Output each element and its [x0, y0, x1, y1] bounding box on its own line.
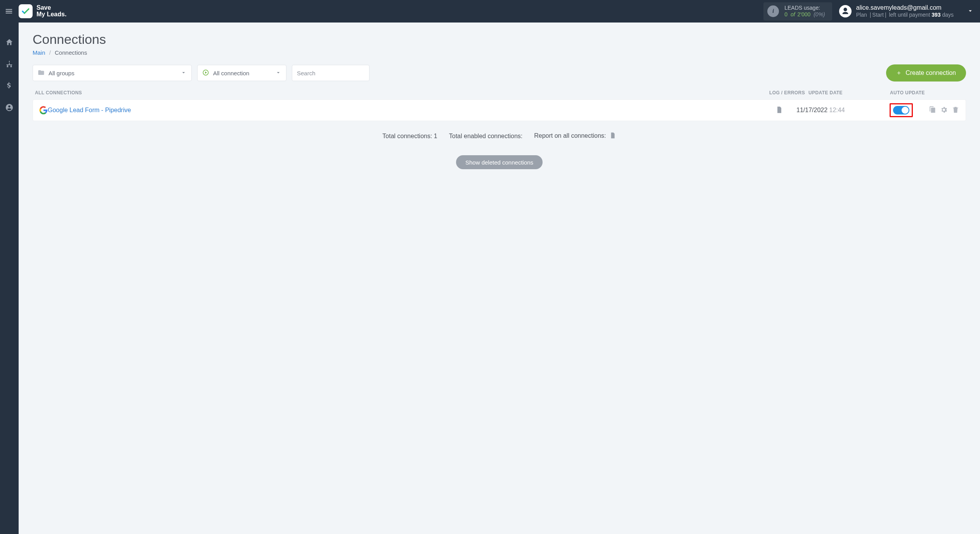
chevron-down-icon — [180, 69, 187, 76]
gear-icon — [940, 106, 948, 114]
total-conn-val: 1 — [434, 133, 437, 139]
connection-name[interactable]: Google Lead Form - Pipedrive — [48, 107, 762, 114]
create-connection-label: Create connection — [905, 69, 956, 76]
time-val: 12:44 — [829, 107, 845, 113]
report-button[interactable] — [609, 134, 616, 140]
chevron-down-icon — [275, 69, 281, 76]
left-until: left until payment — [889, 12, 930, 18]
check-icon — [21, 7, 30, 16]
plus-icon — [896, 70, 902, 76]
groups-select-label: All groups — [49, 70, 75, 76]
sidebar-item-connections[interactable] — [3, 58, 15, 70]
menu-toggle[interactable] — [3, 5, 15, 17]
sidebar-item-account[interactable] — [3, 102, 15, 113]
home-icon — [5, 38, 14, 47]
enabled-connections: Total enabled connections: — [449, 133, 522, 140]
logo-line1: Save — [36, 5, 66, 11]
breadcrumb-sep: / — [49, 49, 51, 56]
sidebar-item-billing[interactable] — [3, 80, 15, 92]
hamburger-icon — [5, 7, 13, 16]
search-input-wrap[interactable] — [292, 65, 369, 81]
play-icon — [202, 69, 209, 77]
col-log: Log / Errors — [766, 90, 808, 95]
days-num: 393 — [931, 12, 940, 18]
connection-select[interactable]: All connection — [197, 65, 286, 81]
connection-chevron — [275, 69, 281, 77]
breadcrumb-main[interactable]: Main — [33, 49, 45, 56]
col-auto: Auto update — [886, 90, 964, 95]
days-word: days — [942, 12, 954, 18]
report-label: Report on all connections: — [534, 132, 606, 139]
settings-button[interactable] — [940, 106, 948, 115]
date-val: 11/17/2022 — [796, 107, 827, 113]
leads-lines: LEADS usage: 0 of 2'000 (0%) — [784, 5, 825, 18]
connection-select-label: All connection — [213, 70, 249, 76]
auto-update-highlight — [890, 103, 913, 117]
auto-update-toggle[interactable] — [893, 106, 909, 114]
trash-icon — [952, 106, 959, 114]
plan-name: Start — [872, 12, 884, 18]
create-connection-button[interactable]: Create connection — [886, 64, 966, 81]
copy-icon — [928, 106, 936, 114]
leads-value: 0 of 2'000 (0%) — [784, 11, 825, 18]
search-input[interactable] — [297, 70, 364, 76]
plan-label: Plan — [856, 12, 867, 18]
column-headers: All connections Log / Errors Update date… — [33, 90, 966, 99]
report-connections: Report on all connections: — [534, 132, 616, 140]
logo-mark — [19, 4, 33, 18]
leads-used: 0 — [784, 11, 787, 17]
update-date: 11/17/2022 12:44 — [796, 107, 878, 114]
page-title: Connections — [33, 32, 966, 47]
logo-line2: My Leads — [36, 11, 66, 18]
topbar: Save My Leads i LEADS usage: 0 of 2'000 … — [0, 0, 980, 23]
col-update: Update date — [808, 90, 886, 95]
info-icon: i — [767, 5, 779, 17]
sidebar — [0, 23, 19, 534]
user-menu[interactable]: alice.savemyleads@gmail.com Plan |Start|… — [839, 4, 974, 19]
document-icon — [609, 132, 616, 139]
user-email: alice.savemyleads@gmail.com — [856, 4, 954, 12]
sitemap-icon — [5, 60, 14, 68]
leads-usage[interactable]: i LEADS usage: 0 of 2'000 (0%) — [763, 2, 832, 21]
log-button[interactable] — [775, 106, 783, 115]
col-all: All connections — [35, 90, 766, 95]
google-icon — [39, 106, 48, 114]
sidebar-item-home[interactable] — [3, 36, 15, 48]
delete-button[interactable] — [952, 106, 959, 115]
total-conn-label: Total connections: — [382, 133, 432, 139]
breadcrumb: Main / Connections — [33, 49, 966, 56]
account-icon — [5, 103, 14, 112]
chevron-down-icon — [967, 7, 974, 14]
leads-label: LEADS usage: — [784, 5, 825, 12]
show-deleted-button[interactable]: Show deleted connections — [456, 155, 543, 169]
logo-text: Save My Leads — [36, 5, 66, 18]
plan-row: Plan |Start| left until payment 393 days — [856, 12, 954, 19]
document-icon — [775, 106, 783, 114]
groups-chevron — [180, 69, 187, 77]
summary: Total connections: 1 Total enabled conne… — [33, 132, 966, 140]
table-row: Google Lead Form - Pipedrive 11/17/2022 … — [33, 99, 966, 121]
leads-of: of — [791, 11, 795, 17]
user-icon — [841, 7, 850, 16]
dollar-icon — [5, 81, 14, 90]
total-connections: Total connections: 1 — [382, 133, 437, 140]
filters: All groups All connection — [33, 64, 966, 81]
leads-limit: 2'000 — [797, 11, 810, 17]
leads-pct: (0%) — [813, 11, 825, 17]
groups-select[interactable]: All groups — [33, 65, 192, 81]
avatar — [839, 5, 852, 17]
main: Connections Main / Connections All group… — [19, 23, 980, 534]
user-lines: alice.savemyleads@gmail.com Plan |Start|… — [856, 4, 954, 19]
breadcrumb-current: Connections — [55, 49, 87, 56]
logo[interactable]: Save My Leads — [19, 4, 66, 18]
user-menu-chevron[interactable] — [967, 7, 974, 16]
folder-icon — [38, 69, 45, 77]
copy-button[interactable] — [928, 106, 936, 115]
